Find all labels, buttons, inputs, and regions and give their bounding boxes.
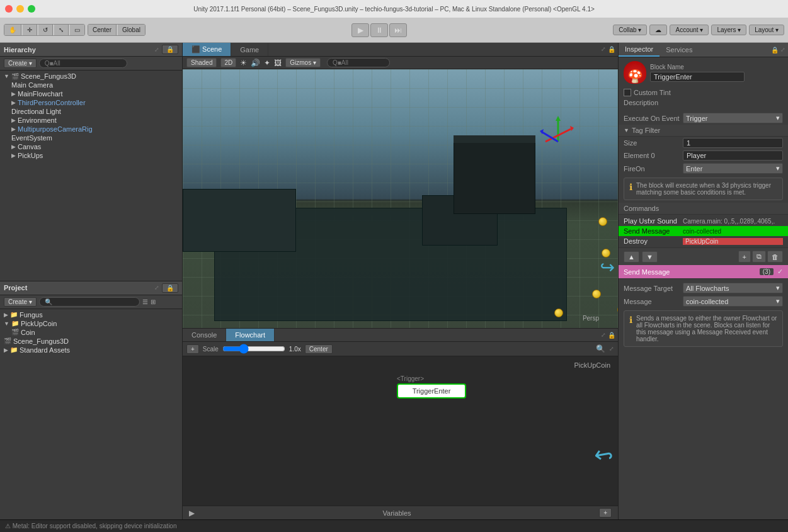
game-tab[interactable]: Game <box>231 43 268 56</box>
message-target-dropdown[interactable]: All Flowcharts ▾ <box>683 283 783 293</box>
command-row-play[interactable]: Play Usfxr Sound Camera.main: 0,.5,,.028… <box>619 216 788 226</box>
info-text: The block will execute when a 3d physics… <box>636 182 777 196</box>
project-list-icon[interactable]: ☰ <box>142 298 148 305</box>
hierarchy-item-environment[interactable]: ▶ Environment <box>0 116 182 125</box>
move-down-button[interactable]: ▼ <box>642 251 658 263</box>
project-item-coin[interactable]: 🎬 Coin <box>0 328 182 337</box>
scale-tool-button[interactable]: ⤡ <box>54 25 69 35</box>
flowchart-tab[interactable]: Flowchart <box>226 329 275 341</box>
flowchart-center-button[interactable]: Center <box>305 344 333 354</box>
hierarchy-item-canvas[interactable]: ▶ Canvas <box>0 142 182 151</box>
execute-event-dropdown[interactable]: Trigger ▾ <box>683 113 783 123</box>
layout-button[interactable]: Layout ▾ <box>749 25 784 35</box>
block-name-input[interactable] <box>650 72 745 82</box>
tag-filter-header: ▼ Tag Filter <box>619 125 788 137</box>
flowchart-search-icon[interactable]: 🔍 <box>596 344 605 353</box>
play-button[interactable]: ▶ <box>351 23 369 37</box>
flowchart-lock-icon[interactable]: 🔒 <box>608 332 615 339</box>
close-button[interactable] <box>5 5 13 13</box>
main-content: Hierarchy ⤢ 🔒 Create ▾ ▼ 🎬 Scene_Fungus3… <box>0 43 788 519</box>
send-message-check[interactable]: ✓ <box>777 268 783 276</box>
light-icon[interactable]: ☀ <box>240 59 247 67</box>
project-item-standard-assets[interactable]: ▶ 📁 Standard Assets <box>0 346 182 354</box>
element0-label: Element 0 <box>624 152 680 159</box>
coin-9 <box>554 308 563 317</box>
hierarchy-item-directionallight[interactable]: Directional Light <box>0 107 182 116</box>
gizmos-button[interactable]: Gizmos ▾ <box>285 58 321 67</box>
hierarchy-lock-icon[interactable]: 🔒 <box>162 45 178 54</box>
cube-roof <box>454 135 535 143</box>
hierarchy-item-multipurpose[interactable]: ▶ MultipurposeCameraRig <box>0 125 182 133</box>
pause-button[interactable]: ⏸ <box>370 23 388 37</box>
maximize-button[interactable] <box>28 5 35 13</box>
trigger-block-content[interactable]: TriggerEnter <box>397 383 466 399</box>
message-dropdown[interactable]: coin-collected ▾ <box>683 296 783 307</box>
project-item-fungus[interactable]: ▶ 📁 Fungus <box>0 310 182 319</box>
project-item-scene[interactable]: 🎬 Scene_Fungus3D <box>0 337 182 346</box>
coin-7 <box>592 290 601 298</box>
account-button[interactable]: Account ▾ <box>670 25 709 35</box>
execute-event-label: Execute On Event <box>624 115 680 122</box>
scale-slider[interactable] <box>222 344 285 354</box>
command-row-send[interactable]: Send Message coin-collected <box>619 226 788 236</box>
inspector-tab[interactable]: Inspector <box>619 43 660 57</box>
pivot-buttons: Center Global <box>88 24 146 36</box>
command-row-destroy[interactable]: Destroy PickUpCoin <box>619 236 788 246</box>
inspector-lock-icon[interactable]: 🔒 <box>771 47 779 54</box>
project-lock-icon[interactable]: 🔒 <box>162 283 178 293</box>
hierarchy-item-pickups[interactable]: ▶ PickUps <box>0 151 182 160</box>
hierarchy-create-button[interactable]: Create ▾ <box>4 59 37 68</box>
hierarchy-item-scene[interactable]: ▼ 🎬 Scene_Fungus3D <box>0 72 182 81</box>
element0-input[interactable] <box>683 150 783 161</box>
hierarchy-item-thirdperson[interactable]: ▶ ThirdPersonController <box>0 98 182 107</box>
flowchart-tab-bar: Console Flowchart ⤢ 🔒 <box>183 329 618 342</box>
fx-icon[interactable]: ✦ <box>264 59 270 67</box>
hierarchy-item-mainflowchart[interactable]: ▶ MainFlowchart <box>0 89 182 98</box>
flowchart-add-button[interactable]: + <box>186 344 199 354</box>
layers-button[interactable]: Layers ▾ <box>711 25 746 35</box>
shading-dropdown[interactable]: Shaded <box>186 58 217 67</box>
scene-tab[interactable]: ⬛ Scene <box>183 43 231 56</box>
image-icon[interactable]: 🖼 <box>274 59 282 67</box>
center-button[interactable]: Center <box>88 25 117 35</box>
hierarchy-title: Hierarchy <box>4 46 36 54</box>
scene-tab-bar: ⬛ Scene Game ⤢ 🔒 <box>183 43 618 57</box>
add-command-button[interactable]: + <box>738 251 751 263</box>
move-tool-button[interactable]: ✛ <box>23 25 37 35</box>
fireon-dropdown[interactable]: Enter ▾ <box>683 163 783 174</box>
services-tab[interactable]: Services <box>660 43 699 56</box>
project-grid-icon[interactable]: ⊞ <box>151 298 156 305</box>
hierarchy-item-maincamera[interactable]: Main Camera <box>0 81 182 89</box>
size-input[interactable] <box>683 138 783 148</box>
console-tab[interactable]: Console <box>183 329 226 341</box>
variables-add-button[interactable]: + <box>599 508 612 518</box>
platform-left <box>183 189 296 252</box>
inspector-bottom: ▲ ▼ + ⧉ 🗑 Send Message (3) ✓ Message Tar… <box>619 247 788 349</box>
step-button[interactable]: ⏭ <box>389 23 407 37</box>
cloud-button[interactable]: ☁ <box>649 25 667 35</box>
scene-search-input[interactable] <box>327 58 390 67</box>
scene-lock-icon[interactable]: 🔒 <box>608 46 615 53</box>
global-button[interactable]: Global <box>118 25 145 35</box>
custom-tint-checkbox[interactable] <box>624 89 631 96</box>
project-create-button[interactable]: Create ▾ <box>4 297 37 307</box>
copy-command-button[interactable]: ⧉ <box>752 251 766 263</box>
hierarchy-item-eventsystem[interactable]: EventSystem <box>0 133 182 142</box>
delete-command-button[interactable]: 🗑 <box>767 251 783 263</box>
2d-toggle[interactable]: 2D <box>220 58 236 67</box>
rect-tool-button[interactable]: ▭ <box>70 25 84 35</box>
trigger-block[interactable]: <Trigger> TriggerEnter <box>397 375 466 399</box>
scene-3d-canvas: Persp ↩ <box>183 69 618 328</box>
trigger-block-label: TriggerEnter <box>413 387 451 395</box>
audio-icon[interactable]: 🔊 <box>251 59 260 67</box>
hand-tool-button[interactable]: ✋ <box>4 25 21 35</box>
hierarchy-search-input[interactable] <box>39 59 127 68</box>
rotate-tool-button[interactable]: ↺ <box>38 25 53 35</box>
project-item-pickupcoin-folder[interactable]: ▼ 📁 PickUpCoin <box>0 319 182 328</box>
project-search-input[interactable] <box>39 297 140 307</box>
collab-button[interactable]: Collab ▾ <box>613 25 647 35</box>
minimize-button[interactable] <box>16 5 24 13</box>
commands-header: Commands <box>619 203 788 215</box>
move-up-button[interactable]: ▲ <box>624 251 639 263</box>
project-resize-icon: ⤢ <box>154 285 159 291</box>
